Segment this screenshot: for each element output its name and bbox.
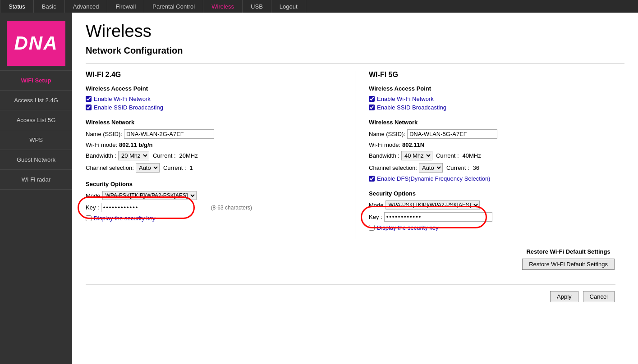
wifi-5g-access-point: Wireless Access Point Enable Wi-Fi Netwo… [369,85,624,111]
enable-dfs-checkbox[interactable] [369,176,375,182]
ssid-24g-row: Name (SSID): [86,129,341,139]
nav-advanced[interactable]: Advanced [65,0,108,13]
nav-status[interactable]: Status [0,0,34,13]
nav-wireless[interactable]: Wireless [203,0,243,13]
nav-basic[interactable]: Basic [34,0,65,13]
ssid-24g-input[interactable] [124,129,214,139]
bandwidth-5g-current: 40MHz [463,152,481,159]
wifi-mode-5g-row: Wi-Fi mode: 802.11N [369,141,624,148]
nav-logout[interactable]: Logout [271,0,306,13]
mode-24g-select[interactable]: WPA-PSK[TKIP]/WPA2-PSK[AES] [102,191,197,200]
key-24g-input[interactable] [101,203,200,212]
logo: DNA [7,21,65,66]
ssid-5g-input[interactable] [407,129,497,139]
security-title-5g: Security Options [369,190,624,197]
enable-wifi-5g-row[interactable]: Enable Wi-Fi Network [369,96,624,102]
bandwidth-24g-label: Bandwidth : [86,152,116,159]
section-title: Network Configuration [86,46,624,56]
network-title-5g: Wireless Network [369,119,624,126]
sidebar: DNA WiFi Setup Access List 2.4G Access L… [0,13,72,364]
enable-wifi-24g-row[interactable]: Enable Wi-Fi Network [86,96,341,102]
nav-firewall[interactable]: Firewall [107,0,144,13]
mode-24g-label: Mode [86,192,101,199]
channel-24g-select[interactable]: Auto 1 2 6 [136,163,160,173]
security-5g: Security Options Mode WPA-PSK[TKIP]/WPA2… [369,190,624,231]
sidebar-item-wifi-setup[interactable]: WiFi Setup [0,70,72,90]
ssid-24g-label: Name (SSID): [86,131,122,137]
cancel-button[interactable]: Cancel [583,291,615,302]
wifi-mode-5g-value: 802.11N [402,141,424,148]
security-24g: Security Options Mode WPA-PSK[TKIP]/WPA2… [86,181,341,222]
logo-text: DNA [14,32,58,54]
channel-24g-label: Channel selection: [86,164,134,171]
enable-ssid-5g-row[interactable]: Enable SSID Broadcasting [369,104,624,111]
wifi-mode-24g-label: Wi-Fi mode: [86,141,117,148]
wifi-5g-title: WI-FI 5G [369,71,624,79]
wifi-5g-network: Wireless Network Name (SSID): Wi-Fi mode… [369,119,624,182]
sidebar-item-wifi-radar[interactable]: Wi-Fi radar [0,169,72,190]
ssid-5g-label: Name (SSID): [369,131,405,137]
enable-ssid-5g-label: Enable SSID Broadcasting [377,104,446,111]
enable-dfs-label: Enable DFS(Dynamic Frequency Selection) [377,175,490,182]
enable-wifi-24g-checkbox[interactable] [86,96,92,102]
display-key-5g-row[interactable]: Display the security key [369,224,624,231]
channel-5g-select[interactable]: Auto 36 40 44 [419,163,443,173]
restore-button[interactable]: Restore Wi-Fi Default Settings [522,259,615,270]
sidebar-item-access-list-5g[interactable]: Access List 5G [0,110,72,130]
display-key-24g-checkbox[interactable] [86,215,92,221]
bandwidth-24g-row: Bandwidth : 20 Mhz 40 Mhz Current : 20MH… [86,151,341,160]
sidebar-item-guest-network[interactable]: Guest Network [0,150,72,169]
bandwidth-24g-current: 20MHz [179,152,198,159]
channel-5g-current: 36 [473,164,479,171]
enable-ssid-24g-checkbox[interactable] [86,105,92,110]
main-content: Wireless Network Configuration WI-FI 2.4… [72,13,638,364]
bandwidth-5g-select[interactable]: 20 Mhz 40 Mhz [401,151,432,160]
wifi-24g-title: WI-FI 2.4G [86,71,341,79]
key-5g-input[interactable] [384,212,492,222]
bandwidth-24g-select[interactable]: 20 Mhz 40 Mhz [118,151,149,160]
mode-5g-row: Mode WPA-PSK[TKIP]/WPA2-PSK[AES] [369,200,624,209]
enable-dfs-row[interactable]: Enable DFS(Dynamic Frequency Selection) [369,175,624,182]
enable-wifi-24g-label: Enable Wi-Fi Network [94,96,151,102]
mode-24g-row: Mode WPA-PSK[TKIP]/WPA2-PSK[AES] [86,191,341,200]
wifi-24g-column: WI-FI 2.4G Wireless Access Point Enable … [86,71,355,239]
page-title: Wireless [86,22,624,41]
display-key-5g-checkbox[interactable] [369,225,375,231]
enable-ssid-24g-label: Enable SSID Broadcasting [94,104,163,111]
apply-area: Apply Cancel [86,284,615,309]
key-24g-label: Key : [86,204,99,211]
top-nav: Status Basic Advanced Firewall Parental … [0,0,638,13]
enable-ssid-5g-checkbox[interactable] [369,105,375,110]
sidebar-item-wps[interactable]: WPS [0,130,72,150]
bandwidth-5g-label: Bandwidth : [369,152,399,159]
wifi-mode-5g-label: Wi-Fi mode: [369,141,400,148]
access-point-title-5g: Wireless Access Point [369,85,624,92]
access-point-title-24g: Wireless Access Point [86,85,341,92]
network-title-24g: Wireless Network [86,119,341,126]
wifi-24g-network: Wireless Network Name (SSID): Wi-Fi mode… [86,119,341,173]
nav-parental[interactable]: Parental Control [144,0,203,13]
enable-ssid-24g-row[interactable]: Enable SSID Broadcasting [86,104,341,111]
channel-24g-current: 1 [190,164,193,171]
enable-wifi-5g-label: Enable Wi-Fi Network [377,96,434,102]
bottom-section: Restore Wi-Fi Default Settings Restore W… [86,248,624,309]
restore-label: Restore Wi-Fi Default Settings [521,248,615,255]
channel-24g-row: Channel selection: Auto 1 2 6 Current : … [86,163,341,173]
channel-5g-current-label: Current : [446,164,469,171]
apply-button[interactable]: Apply [550,291,578,302]
wifi-mode-24g-value: 802.11 b/g/n [119,141,152,148]
channel-24g-current-label: Current : [163,164,186,171]
mode-5g-select[interactable]: WPA-PSK[TKIP]/WPA2-PSK[AES] [386,200,480,209]
display-key-24g-row[interactable]: Display the security key [86,215,341,222]
display-key-24g-label: Display the security key [94,215,156,222]
key-24g-row: Key : (8-63 characters) [86,203,341,212]
key-5g-label: Key : [369,214,382,220]
nav-usb[interactable]: USB [243,0,271,13]
sidebar-item-access-list-2g[interactable]: Access List 2.4G [0,90,72,110]
enable-wifi-5g-checkbox[interactable] [369,96,375,102]
wifi-24g-access-point: Wireless Access Point Enable Wi-Fi Netwo… [86,85,341,111]
channel-5g-label: Channel selection: [369,164,417,171]
bandwidth-5g-row: Bandwidth : 20 Mhz 40 Mhz Current : 40MH… [369,151,624,160]
wifi-mode-24g-row: Wi-Fi mode: 802.11 b/g/n [86,141,341,148]
bandwidth-5g-current-label: Current : [436,152,459,159]
